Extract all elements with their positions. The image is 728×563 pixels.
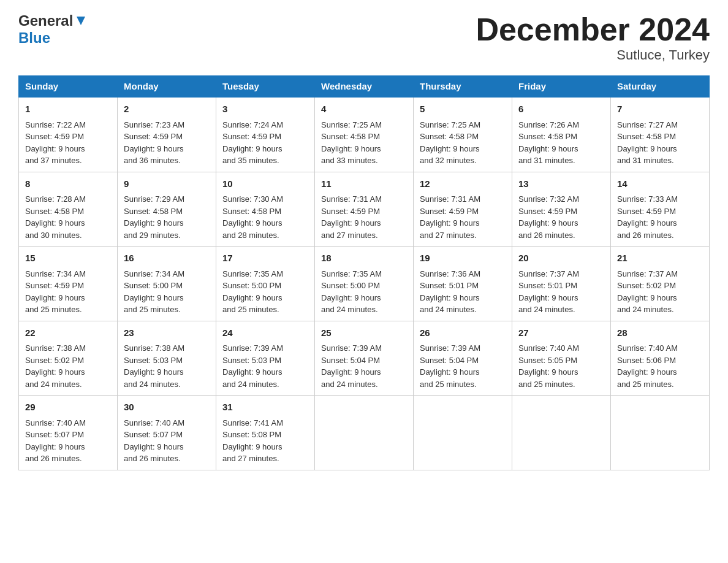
day-info: Sunrise: 7:39 AMSunset: 5:03 PMDaylight:… [222,343,283,389]
day-number: 7 [617,102,703,117]
day-number: 17 [222,251,308,266]
calendar-cell [315,396,414,470]
day-info: Sunrise: 7:31 AMSunset: 4:59 PMDaylight:… [321,194,382,240]
day-number: 2 [124,102,210,117]
day-info: Sunrise: 7:24 AMSunset: 4:59 PMDaylight:… [222,120,283,166]
day-number: 18 [321,251,407,266]
weekday-header-saturday: Saturday [611,76,710,98]
logo-arrow-icon [74,14,88,28]
calendar-cell: 29Sunrise: 7:40 AMSunset: 5:07 PMDayligh… [19,396,118,470]
month-title: December 2024 [476,12,710,47]
calendar-cell: 22Sunrise: 7:38 AMSunset: 5:02 PMDayligh… [19,321,118,396]
calendar-cell: 11Sunrise: 7:31 AMSunset: 4:59 PMDayligh… [315,172,414,247]
calendar-cell: 28Sunrise: 7:40 AMSunset: 5:06 PMDayligh… [611,321,710,396]
weekday-header-tuesday: Tuesday [216,76,315,98]
day-number: 25 [321,326,407,340]
day-number: 24 [222,326,308,340]
day-number: 19 [420,251,506,266]
day-info: Sunrise: 7:26 AMSunset: 4:58 PMDaylight:… [518,120,579,166]
day-number: 16 [124,251,210,266]
calendar-cell [512,396,611,470]
day-number: 23 [124,326,210,340]
day-info: Sunrise: 7:35 AMSunset: 5:00 PMDaylight:… [222,269,283,315]
day-info: Sunrise: 7:34 AMSunset: 4:59 PMDaylight:… [25,269,86,315]
day-number: 26 [420,326,506,340]
day-number: 3 [222,102,308,117]
calendar-cell: 4Sunrise: 7:25 AMSunset: 4:58 PMDaylight… [315,97,414,172]
weekday-header-row: SundayMondayTuesdayWednesdayThursdayFrid… [19,76,710,98]
calendar-cell: 16Sunrise: 7:34 AMSunset: 5:00 PMDayligh… [118,247,216,321]
logo-general-text: General [18,12,73,29]
calendar-cell: 7Sunrise: 7:27 AMSunset: 4:58 PMDaylight… [611,97,710,172]
day-info: Sunrise: 7:33 AMSunset: 4:59 PMDaylight:… [617,194,678,240]
calendar-table: SundayMondayTuesdayWednesdayThursdayFrid… [18,75,710,470]
calendar-week-row: 8Sunrise: 7:28 AMSunset: 4:58 PMDaylight… [19,172,710,247]
day-number: 12 [420,177,506,191]
calendar-cell: 15Sunrise: 7:34 AMSunset: 4:59 PMDayligh… [19,247,118,321]
page-header: General Blue December 2024 Sutluce, Turk… [18,12,710,63]
day-info: Sunrise: 7:28 AMSunset: 4:58 PMDaylight:… [25,194,86,240]
calendar-cell: 19Sunrise: 7:36 AMSunset: 5:01 PMDayligh… [414,247,512,321]
weekday-header-monday: Monday [118,76,216,98]
day-number: 14 [617,177,703,191]
weekday-header-friday: Friday [512,76,611,98]
day-info: Sunrise: 7:22 AMSunset: 4:59 PMDaylight:… [25,120,86,166]
day-number: 29 [25,400,111,415]
day-info: Sunrise: 7:29 AMSunset: 4:58 PMDaylight:… [124,194,184,240]
calendar-cell: 3Sunrise: 7:24 AMSunset: 4:59 PMDaylight… [216,97,315,172]
logo: General Blue [18,12,88,47]
day-number: 1 [25,102,111,117]
day-number: 31 [222,400,308,415]
day-info: Sunrise: 7:40 AMSunset: 5:05 PMDaylight:… [518,343,579,389]
calendar-cell: 10Sunrise: 7:30 AMSunset: 4:58 PMDayligh… [216,172,315,247]
calendar-week-row: 1Sunrise: 7:22 AMSunset: 4:59 PMDaylight… [19,97,710,172]
calendar-cell [611,396,710,470]
calendar-cell: 17Sunrise: 7:35 AMSunset: 5:00 PMDayligh… [216,247,315,321]
day-info: Sunrise: 7:30 AMSunset: 4:58 PMDaylight:… [222,194,283,240]
calendar-cell: 9Sunrise: 7:29 AMSunset: 4:58 PMDaylight… [118,172,216,247]
calendar-cell: 2Sunrise: 7:23 AMSunset: 4:59 PMDaylight… [118,97,216,172]
day-info: Sunrise: 7:40 AMSunset: 5:07 PMDaylight:… [25,418,86,464]
day-number: 10 [222,177,308,191]
day-info: Sunrise: 7:40 AMSunset: 5:07 PMDaylight:… [124,418,184,464]
day-number: 28 [617,326,703,340]
weekday-header-thursday: Thursday [414,76,512,98]
calendar-cell: 14Sunrise: 7:33 AMSunset: 4:59 PMDayligh… [611,172,710,247]
day-number: 9 [124,177,210,191]
calendar-cell: 31Sunrise: 7:41 AMSunset: 5:08 PMDayligh… [216,396,315,470]
day-number: 11 [321,177,407,191]
day-number: 30 [124,400,210,415]
calendar-week-row: 29Sunrise: 7:40 AMSunset: 5:07 PMDayligh… [19,396,710,470]
svg-marker-0 [77,17,85,25]
day-info: Sunrise: 7:40 AMSunset: 5:06 PMDaylight:… [617,343,678,389]
day-number: 13 [518,177,604,191]
day-info: Sunrise: 7:32 AMSunset: 4:59 PMDaylight:… [518,194,579,240]
day-info: Sunrise: 7:38 AMSunset: 5:03 PMDaylight:… [124,343,184,389]
day-number: 4 [321,102,407,117]
calendar-cell: 8Sunrise: 7:28 AMSunset: 4:58 PMDaylight… [19,172,118,247]
calendar-cell: 30Sunrise: 7:40 AMSunset: 5:07 PMDayligh… [118,396,216,470]
day-number: 5 [420,102,506,117]
logo-blue-text: Blue [18,29,50,47]
day-info: Sunrise: 7:25 AMSunset: 4:58 PMDaylight:… [420,120,480,166]
calendar-cell: 12Sunrise: 7:31 AMSunset: 4:59 PMDayligh… [414,172,512,247]
day-number: 20 [518,251,604,266]
day-number: 21 [617,251,703,266]
day-info: Sunrise: 7:41 AMSunset: 5:08 PMDaylight:… [222,418,283,464]
title-block: December 2024 Sutluce, Turkey [476,12,710,63]
calendar-cell: 18Sunrise: 7:35 AMSunset: 5:00 PMDayligh… [315,247,414,321]
day-info: Sunrise: 7:36 AMSunset: 5:01 PMDaylight:… [420,269,480,315]
day-info: Sunrise: 7:38 AMSunset: 5:02 PMDaylight:… [25,343,86,389]
day-info: Sunrise: 7:37 AMSunset: 5:02 PMDaylight:… [617,269,678,315]
day-number: 6 [518,102,604,117]
calendar-cell [414,396,512,470]
calendar-cell: 6Sunrise: 7:26 AMSunset: 4:58 PMDaylight… [512,97,611,172]
calendar-cell: 24Sunrise: 7:39 AMSunset: 5:03 PMDayligh… [216,321,315,396]
day-info: Sunrise: 7:25 AMSunset: 4:58 PMDaylight:… [321,120,382,166]
day-number: 15 [25,251,111,266]
calendar-cell: 23Sunrise: 7:38 AMSunset: 5:03 PMDayligh… [118,321,216,396]
calendar-cell: 21Sunrise: 7:37 AMSunset: 5:02 PMDayligh… [611,247,710,321]
calendar-cell: 20Sunrise: 7:37 AMSunset: 5:01 PMDayligh… [512,247,611,321]
day-number: 8 [25,177,111,191]
day-info: Sunrise: 7:23 AMSunset: 4:59 PMDaylight:… [124,120,184,166]
